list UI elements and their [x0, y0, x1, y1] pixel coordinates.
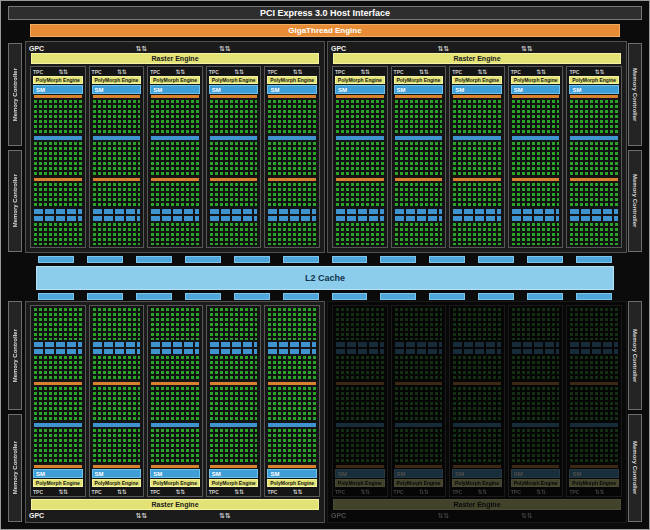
memory-controller: Memory Controller	[628, 301, 642, 410]
tex-units-stripe	[570, 342, 618, 347]
tpc-label: TPC	[511, 489, 521, 495]
blue-stripe	[453, 423, 501, 427]
tpc-row: TPC⇅ ⇅PolyMorph EngineSMTPC⇅ ⇅PolyMorph …	[26, 64, 324, 250]
tex-units-stripe	[151, 349, 199, 354]
polymorph-engine-bar: PolyMorph Engine	[569, 76, 619, 84]
gpc-label: GPC	[29, 45, 44, 52]
crossbar-segment	[87, 256, 123, 263]
crossbar-segment	[332, 293, 368, 300]
tpc: TPC⇅ ⇅PolyMorph EngineSM	[206, 305, 262, 497]
gpc-label: GPC	[29, 512, 44, 519]
tpc-label: TPC	[394, 69, 404, 75]
tpc-label: TPC	[267, 69, 277, 75]
core-grid	[512, 429, 560, 463]
blue-stripe	[395, 423, 443, 427]
crossbar-segment	[234, 256, 270, 263]
polymorph-engine-bar: PolyMorph Engine	[209, 479, 259, 487]
orange-stripe	[210, 382, 258, 385]
gpc-header: GPC⇅ ⇅⇅ ⇅	[26, 43, 324, 53]
orange-stripe	[268, 465, 316, 468]
sm-header-bar: SM	[33, 469, 83, 478]
core-grid	[34, 356, 82, 380]
blue-stripe	[151, 136, 199, 140]
memory-controller: Memory Controller	[8, 414, 22, 523]
sm-body	[511, 95, 561, 245]
core-grid	[268, 100, 316, 134]
memory-controller: Memory Controller	[8, 150, 22, 253]
core-grid	[453, 142, 501, 176]
polymorph-engine-bar: PolyMorph Engine	[394, 76, 444, 84]
orange-stripe	[151, 382, 199, 385]
orange-stripe	[151, 178, 199, 181]
crossbar-segment	[185, 293, 221, 300]
polymorph-engine-bar: PolyMorph Engine	[452, 479, 502, 487]
core-grid	[512, 183, 560, 207]
core-grid	[268, 142, 316, 176]
sm-body	[511, 308, 561, 468]
tpc: TPC⇅ ⇅PolyMorph EngineSM	[508, 66, 564, 248]
orange-stripe	[453, 95, 501, 98]
crossbar-segment	[136, 293, 172, 300]
tpc: TPC⇅ ⇅PolyMorph EngineSM	[89, 305, 145, 497]
tpc-label: TPC	[452, 489, 462, 495]
blue-stripe	[34, 136, 82, 140]
memory-controller-column-right-bottom: Memory Controller Memory Controller	[628, 301, 642, 522]
core-grid	[151, 387, 199, 421]
crossbar-segment	[136, 256, 172, 263]
sm-header-bar: SM	[150, 469, 200, 478]
core-grid	[34, 387, 82, 421]
crossbar-segment	[283, 293, 319, 300]
polymorph-engine-bar: PolyMorph Engine	[33, 76, 83, 84]
tex-units-stripe	[210, 342, 258, 347]
tpc-label: TPC	[569, 69, 579, 75]
polymorph-engine-bar: PolyMorph Engine	[267, 479, 317, 487]
polymorph-engine-bar: PolyMorph Engine	[150, 76, 200, 84]
tex-units-stripe	[512, 209, 560, 214]
gpc-top-left: GPC⇅ ⇅⇅ ⇅Raster EngineTPC⇅ ⇅PolyMorph En…	[25, 41, 325, 253]
tpc: TPC⇅ ⇅PolyMorph EngineSM	[30, 305, 86, 497]
tex-units-stripe	[570, 349, 618, 354]
updown-arrows-icon: ⇅ ⇅	[219, 512, 230, 519]
core-grid	[151, 356, 199, 380]
gpc-arrows: ⇅ ⇅⇅ ⇅	[44, 512, 321, 519]
core-grid	[93, 142, 141, 176]
tex-units-stripe	[395, 342, 443, 347]
updown-arrows-icon: ⇅ ⇅	[234, 489, 243, 495]
sm-body	[33, 308, 83, 468]
core-grid	[336, 183, 384, 207]
core-grid	[395, 142, 443, 176]
crossbar-row-top	[38, 256, 612, 263]
core-grid	[268, 387, 316, 421]
sm-header-bar: SM	[511, 85, 561, 94]
memory-controller: Memory Controller	[8, 43, 22, 146]
core-grid	[453, 356, 501, 380]
tpc-label: TPC	[33, 489, 43, 495]
core-grid	[453, 183, 501, 207]
tpc-label: TPC	[150, 489, 160, 495]
updown-arrows-icon: ⇅ ⇅	[219, 45, 230, 52]
l2-cache-bar: L2 Cache	[36, 266, 614, 290]
orange-stripe	[151, 95, 199, 98]
tpc: TPC⇅ ⇅PolyMorph EngineSM	[566, 66, 622, 248]
tex-units-stripe	[268, 349, 316, 354]
tpc-label: TPC	[92, 489, 102, 495]
tex-units-stripe	[151, 209, 199, 214]
blue-stripe	[268, 136, 316, 140]
core-grid	[336, 223, 384, 245]
sm-body	[394, 308, 444, 468]
core-grid	[336, 142, 384, 176]
updown-arrows-icon: ⇅ ⇅	[293, 489, 302, 495]
tpc-label: TPC	[150, 69, 160, 75]
tex-units-stripe	[93, 349, 141, 354]
sm-body	[335, 308, 385, 468]
polymorph-engine-bar: PolyMorph Engine	[92, 76, 142, 84]
tpc-label: TPC	[267, 489, 277, 495]
blue-stripe	[210, 423, 258, 427]
orange-stripe	[570, 178, 618, 181]
gigathread-engine-label: GigaThread Engine	[288, 26, 361, 35]
polymorph-engine-bar: PolyMorph Engine	[335, 479, 385, 487]
core-grid	[151, 142, 199, 176]
memory-controller-label: Memory Controller	[12, 68, 18, 121]
core-grid	[570, 183, 618, 207]
orange-stripe	[268, 95, 316, 98]
